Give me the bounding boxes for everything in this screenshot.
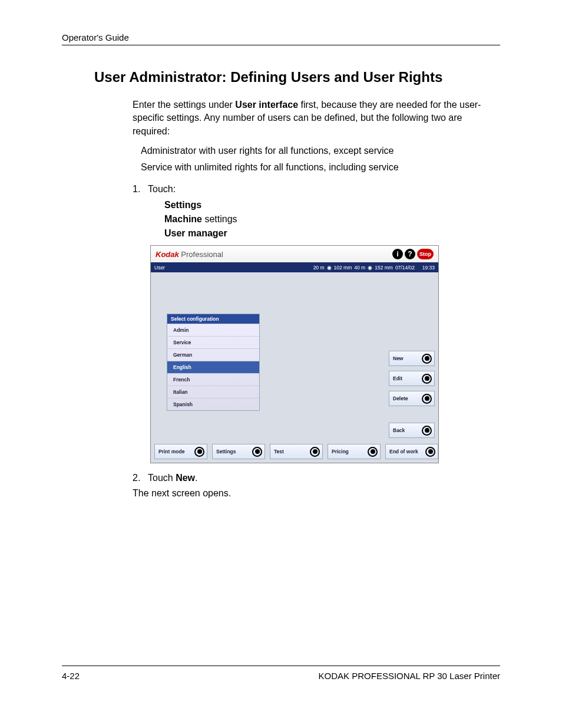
config-item-spanish[interactable]: Spanish [167,398,259,410]
brand-professional: Professional [179,250,223,259]
touch-machine-rest: settings [202,214,237,224]
status-left: User [154,265,165,271]
top-icons: i ? Stop [392,249,434,259]
new-button[interactable]: New [389,351,435,366]
back-button[interactable]: Back [389,423,435,438]
config-item-english[interactable]: English [167,361,259,373]
config-panel: Select configuration AdminServiceGermanE… [167,314,260,411]
intro-paragraph: Enter the settings under User interface … [133,98,494,138]
step-1-num: 1. [133,184,148,195]
roll-icon-2: ◉ [368,265,372,271]
footer-left: 4-22 [62,671,80,681]
config-item-admin[interactable]: Admin [167,324,259,336]
step-2-num: 2. [133,473,148,483]
end-of-work-button[interactable]: End of work [385,444,438,459]
touch-user-manager: User manager [164,228,227,238]
touch-path: Settings Machine settings User manager [164,198,500,241]
touch-settings: Settings [164,200,201,210]
edit-button[interactable]: Edit [389,371,435,386]
radio-dot-icon [194,447,204,457]
radio-dot-icon [422,354,432,364]
config-item-italian[interactable]: Italian [167,386,259,398]
page-header: Operator's Guide [62,32,500,45]
intro-bold: User interface [235,100,298,110]
step-1: 1.Touch: [133,184,500,195]
radio-dot-icon [422,374,432,384]
status-mm1: 102 mm [334,265,352,271]
requirement-1: Administrator with user rights for all f… [141,144,500,158]
status-paper1: 20 m [313,265,325,271]
radio-dot-icon [422,426,432,436]
screenshot-titlebar: Kodak Professional i ? Stop [151,246,438,262]
status-bar: User 20 m ◉ 102 mm 40 m ◉ 152 mm 07/14/0… [151,262,438,272]
section-heading: User Administrator: Defining Users and U… [94,69,500,85]
config-panel-header: Select configuration [167,314,259,324]
radio-dot-icon [310,447,320,457]
delete-button[interactable]: Delete [389,391,435,406]
pricing-button[interactable]: Pricing [328,444,381,459]
config-item-german[interactable]: German [167,348,259,361]
step-1-label: Touch: [148,184,176,194]
page-footer: 4-22 KODAK PROFESSIONAL RP 30 Laser Prin… [62,666,500,681]
stop-button[interactable]: Stop [417,249,434,259]
requirement-2: Service with unlimited rights for all fu… [141,160,500,174]
brand: Kodak Professional [156,250,223,259]
status-date: 07/14/02 [395,265,415,271]
step-2-bold: New [176,473,195,483]
touch-machine-bold: Machine [164,214,202,224]
screenshot: Kodak Professional i ? Stop User 20 m ◉ … [150,245,439,463]
radio-dot-icon [425,447,435,457]
test-button[interactable]: Test [270,444,323,459]
radio-dot-icon [252,447,262,457]
footer-right: KODAK PROFESSIONAL RP 30 Laser Printer [319,671,500,681]
after-step-2: The next screen opens. [133,487,494,500]
intro-pre: Enter the settings under [133,100,235,110]
status-paper2: 40 m [354,265,365,271]
brand-kodak: Kodak [156,250,179,259]
settings-button[interactable]: Settings [212,444,265,459]
config-item-service[interactable]: Service [167,336,259,348]
help-icon[interactable]: ? [405,249,415,259]
radio-dot-icon [422,394,432,404]
status-mm2: 152 mm [375,265,393,271]
step-2-post: . [195,473,197,483]
info-icon[interactable]: i [392,249,403,259]
roll-icon-1: ◉ [327,265,332,271]
radio-dot-icon [368,447,378,457]
status-time: 19:33 [422,265,435,271]
print-mode-button[interactable]: Print mode [154,444,207,459]
step-2-pre: Touch [148,473,176,483]
config-item-french[interactable]: French [167,373,259,386]
step-2: 2.Touch New. [133,473,500,483]
